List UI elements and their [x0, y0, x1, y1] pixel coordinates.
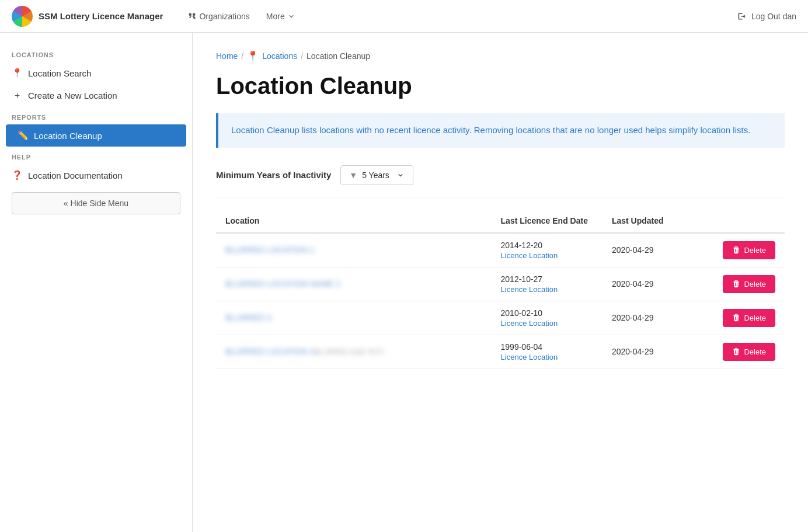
sidebar-location-cleanup-label: Location Cleanup [34, 131, 102, 141]
last-updated: 2020-04-29 [612, 279, 654, 288]
dropdown-chevron-icon [396, 171, 405, 179]
topnav: SSM Lottery Licence Manager Organization… [0, 0, 808, 33]
trash-icon [732, 246, 740, 254]
table-row: BLURRED LOCATION 12014-12-20Licence Loca… [216, 233, 785, 267]
topnav-right: Log Out dan [737, 12, 796, 21]
inactivity-filter-dropdown[interactable]: ▼ 5 Years [340, 165, 413, 185]
last-updated: 2020-04-29 [612, 245, 654, 255]
locations-section-label: LOCATIONS [0, 44, 192, 62]
last-updated: 2020-04-29 [612, 313, 654, 322]
col-header-location: Location [216, 209, 492, 233]
page-title: Location Cleanup [216, 73, 785, 99]
last-licence-end-date: 1999-06-04 [501, 342, 593, 352]
delete-button[interactable]: Delete [723, 309, 775, 327]
location-name[interactable]: BLURRED LOCATION 4 [225, 347, 315, 356]
sidebar-item-location-cleanup[interactable]: ✏️ Location Cleanup [6, 124, 186, 147]
layout: LOCATIONS 📍 Location Search ＋ Create a N… [0, 33, 808, 532]
help-section-label: HELP [0, 147, 192, 164]
main-content: Home / 📍 Locations / Location Cleanup Lo… [193, 33, 808, 532]
sidebar-item-location-search[interactable]: 📍 Location Search [0, 62, 192, 84]
reports-section-label: REPORTS [0, 107, 192, 124]
delete-button[interactable]: Delete [723, 275, 775, 293]
logout-icon [737, 12, 747, 21]
table-row: BLURRED LOCATION NAME 22012-10-27Licence… [216, 267, 785, 301]
filter-label: Minimum Years of Inactivity [216, 170, 331, 180]
col-header-action [713, 209, 785, 233]
logo-icon [12, 6, 33, 27]
licence-location-link[interactable]: Licence Location [501, 319, 593, 328]
breadcrumb-home[interactable]: Home [216, 51, 238, 61]
filter-row: Minimum Years of Inactivity ▼ 5 Years [216, 165, 785, 197]
table-header: Location Last Licence End Date Last Upda… [216, 209, 785, 233]
more-link[interactable]: More [259, 7, 302, 26]
sidebar-location-search-label: Location Search [28, 68, 91, 78]
more-label: More [266, 12, 285, 21]
breadcrumb-sep-2: / [301, 51, 303, 61]
licence-location-link[interactable]: Licence Location [501, 251, 593, 260]
location-name[interactable]: BLURRED LOCATION 1 [225, 245, 315, 255]
sidebar: LOCATIONS 📍 Location Search ＋ Create a N… [0, 33, 193, 532]
broom-icon: ✏️ [18, 130, 28, 141]
topnav-links: Organizations More [180, 7, 302, 26]
trash-icon [732, 347, 740, 356]
col-header-last-licence-end-date: Last Licence End Date [492, 209, 602, 233]
trash-icon [732, 314, 740, 322]
map-pin-icon: 📍 [12, 68, 22, 78]
plus-icon: ＋ [12, 90, 22, 101]
filter-value: 5 Years [362, 171, 389, 180]
last-licence-end-date: 2012-10-27 [501, 274, 593, 284]
table-row: BLURRED LOCATION 4BLURRED SUB TEXT1999-0… [216, 335, 785, 368]
filter-icon: ▼ [349, 171, 357, 180]
info-text: Location Cleanup lists locations with no… [231, 125, 750, 135]
location-name[interactable]: BLURRED LOCATION NAME 2 [225, 279, 340, 288]
location-name[interactable]: BLURRED 3 [225, 313, 271, 322]
locations-table: Location Last Licence End Date Last Upda… [216, 209, 785, 369]
sidebar-create-location-label: Create a New Location [28, 91, 117, 100]
location-sub: BLURRED SUB TEXT [315, 348, 384, 356]
breadcrumb-sep-1: / [241, 51, 243, 61]
app-logo[interactable]: SSM Lottery Licence Manager [12, 6, 163, 27]
people-icon [187, 12, 197, 21]
question-icon: ❓ [12, 170, 22, 180]
organizations-link[interactable]: Organizations [180, 7, 256, 26]
breadcrumb: Home / 📍 Locations / Location Cleanup [216, 50, 785, 61]
table-row: BLURRED 32010-02-10Licence Location2020-… [216, 301, 785, 335]
trash-icon [732, 280, 740, 288]
logout-label[interactable]: Log Out dan [751, 12, 796, 21]
table-body: BLURRED LOCATION 12014-12-20Licence Loca… [216, 233, 785, 369]
licence-location-link[interactable]: Licence Location [501, 353, 593, 361]
organizations-label: Organizations [199, 12, 249, 21]
sidebar-item-create-location[interactable]: ＋ Create a New Location [0, 84, 192, 107]
last-updated: 2020-04-29 [612, 347, 654, 356]
hide-side-menu-button[interactable]: « Hide Side Menu [12, 192, 180, 214]
app-title: SSM Lottery Licence Manager [39, 11, 163, 21]
col-header-last-updated: Last Updated [602, 209, 714, 233]
last-licence-end-date: 2010-02-10 [501, 308, 593, 318]
info-box: Location Cleanup lists locations with no… [216, 113, 785, 148]
sidebar-item-location-documentation[interactable]: ❓ Location Documentation [0, 164, 192, 186]
last-licence-end-date: 2014-12-20 [501, 241, 593, 250]
delete-button[interactable]: Delete [723, 241, 775, 259]
licence-location-link[interactable]: Licence Location [501, 285, 593, 294]
chevron-down-icon [287, 12, 295, 20]
breadcrumb-location-icon: 📍 [247, 50, 259, 61]
delete-button[interactable]: Delete [723, 343, 775, 361]
sidebar-location-documentation-label: Location Documentation [28, 171, 123, 180]
breadcrumb-current: Location Cleanup [307, 51, 370, 61]
breadcrumb-locations[interactable]: Locations [262, 51, 297, 61]
